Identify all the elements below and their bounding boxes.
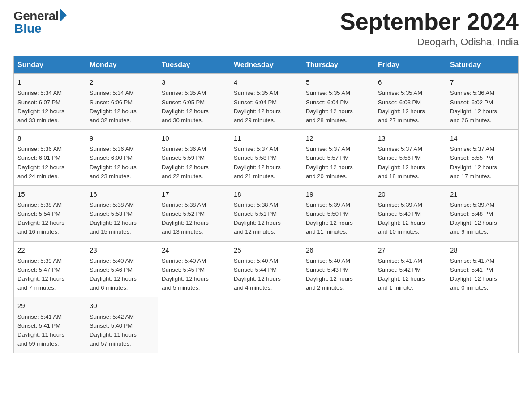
day-detail: Sunrise: 5:37 AMSunset: 5:57 PMDaylight:…	[306, 145, 370, 181]
day-number: 28	[450, 245, 515, 255]
day-number: 23	[90, 245, 154, 255]
day-number: 2	[90, 77, 154, 87]
day-number: 4	[234, 77, 298, 87]
day-detail: Sunrise: 5:34 AMSunset: 6:07 PMDaylight:…	[17, 89, 82, 125]
day-detail: Sunrise: 5:36 AMSunset: 5:59 PMDaylight:…	[162, 145, 226, 181]
day-number: 8	[17, 133, 82, 143]
day-number: 15	[17, 189, 82, 199]
day-number: 20	[378, 189, 442, 199]
calendar-cell: 9Sunrise: 5:36 AMSunset: 6:00 PMDaylight…	[86, 130, 158, 186]
day-number: 7	[450, 77, 515, 87]
day-number: 3	[162, 77, 226, 87]
day-detail: Sunrise: 5:38 AMSunset: 5:51 PMDaylight:…	[234, 201, 298, 237]
calendar-cell: 1Sunrise: 5:34 AMSunset: 6:07 PMDaylight…	[14, 74, 86, 130]
calendar-cell: 17Sunrise: 5:38 AMSunset: 5:52 PMDayligh…	[158, 185, 230, 241]
col-header-wednesday: Wednesday	[230, 56, 302, 74]
week-row: 8Sunrise: 5:36 AMSunset: 6:01 PMDaylight…	[14, 130, 519, 186]
day-detail: Sunrise: 5:37 AMSunset: 5:56 PMDaylight:…	[378, 145, 442, 181]
day-number: 11	[234, 133, 298, 143]
day-number: 13	[378, 133, 442, 143]
calendar-cell: 11Sunrise: 5:37 AMSunset: 5:58 PMDayligh…	[230, 130, 302, 186]
day-detail: Sunrise: 5:40 AMSunset: 5:46 PMDaylight:…	[90, 257, 154, 293]
calendar-cell: 2Sunrise: 5:34 AMSunset: 6:06 PMDaylight…	[86, 74, 158, 130]
col-header-monday: Monday	[86, 56, 158, 74]
day-detail: Sunrise: 5:36 AMSunset: 6:01 PMDaylight:…	[17, 145, 82, 181]
day-detail: Sunrise: 5:36 AMSunset: 6:00 PMDaylight:…	[90, 145, 154, 181]
calendar-cell: 23Sunrise: 5:40 AMSunset: 5:46 PMDayligh…	[86, 241, 158, 297]
day-detail: Sunrise: 5:41 AMSunset: 5:41 PMDaylight:…	[17, 313, 82, 349]
calendar-cell: 6Sunrise: 5:35 AMSunset: 6:03 PMDaylight…	[374, 74, 446, 130]
day-detail: Sunrise: 5:36 AMSunset: 6:02 PMDaylight:…	[450, 89, 515, 125]
day-number: 24	[162, 245, 226, 255]
day-number: 9	[90, 133, 154, 143]
calendar-cell: 15Sunrise: 5:38 AMSunset: 5:54 PMDayligh…	[14, 185, 86, 241]
calendar-cell: 27Sunrise: 5:41 AMSunset: 5:42 PMDayligh…	[374, 241, 446, 297]
day-detail: Sunrise: 5:41 AMSunset: 5:42 PMDaylight:…	[378, 257, 442, 293]
day-number: 5	[306, 77, 370, 87]
day-number: 16	[90, 189, 154, 199]
day-detail: Sunrise: 5:38 AMSunset: 5:54 PMDaylight:…	[17, 201, 82, 237]
day-detail: Sunrise: 5:41 AMSunset: 5:41 PMDaylight:…	[450, 257, 515, 293]
day-number: 6	[378, 77, 442, 87]
day-detail: Sunrise: 5:35 AMSunset: 6:03 PMDaylight:…	[378, 89, 442, 125]
calendar-cell	[302, 297, 374, 353]
calendar-cell: 8Sunrise: 5:36 AMSunset: 6:01 PMDaylight…	[14, 130, 86, 186]
calendar-cell: 22Sunrise: 5:39 AMSunset: 5:47 PMDayligh…	[14, 241, 86, 297]
title-section: September 2024 Deogarh, Odisha, India	[340, 9, 519, 48]
day-number: 19	[306, 189, 370, 199]
day-detail: Sunrise: 5:42 AMSunset: 5:40 PMDaylight:…	[90, 313, 154, 349]
day-number: 1	[17, 77, 82, 87]
day-detail: Sunrise: 5:37 AMSunset: 5:55 PMDaylight:…	[450, 145, 515, 181]
calendar-cell: 10Sunrise: 5:36 AMSunset: 5:59 PMDayligh…	[158, 130, 230, 186]
calendar-cell	[446, 297, 519, 353]
day-number: 18	[234, 189, 298, 199]
calendar-cell: 19Sunrise: 5:39 AMSunset: 5:50 PMDayligh…	[302, 185, 374, 241]
month-title: September 2024	[340, 9, 519, 34]
day-number: 10	[162, 133, 226, 143]
col-header-thursday: Thursday	[302, 56, 374, 74]
week-row: 29Sunrise: 5:41 AMSunset: 5:41 PMDayligh…	[14, 297, 519, 353]
header-row: SundayMondayTuesdayWednesdayThursdayFrid…	[14, 56, 519, 74]
col-header-tuesday: Tuesday	[158, 56, 230, 74]
col-header-friday: Friday	[374, 56, 446, 74]
day-detail: Sunrise: 5:39 AMSunset: 5:49 PMDaylight:…	[378, 201, 442, 237]
day-detail: Sunrise: 5:39 AMSunset: 5:47 PMDaylight:…	[17, 257, 82, 293]
calendar-cell: 16Sunrise: 5:38 AMSunset: 5:53 PMDayligh…	[86, 185, 158, 241]
day-detail: Sunrise: 5:40 AMSunset: 5:45 PMDaylight:…	[162, 257, 226, 293]
day-detail: Sunrise: 5:39 AMSunset: 5:50 PMDaylight:…	[306, 201, 370, 237]
day-number: 30	[90, 300, 154, 311]
calendar-cell: 7Sunrise: 5:36 AMSunset: 6:02 PMDaylight…	[446, 74, 519, 130]
logo: General Blue	[13, 9, 67, 36]
day-number: 22	[17, 245, 82, 255]
day-number: 29	[17, 300, 82, 311]
week-row: 22Sunrise: 5:39 AMSunset: 5:47 PMDayligh…	[14, 241, 519, 297]
day-detail: Sunrise: 5:37 AMSunset: 5:58 PMDaylight:…	[234, 145, 298, 181]
calendar-cell: 29Sunrise: 5:41 AMSunset: 5:41 PMDayligh…	[14, 297, 86, 353]
day-number: 12	[306, 133, 370, 143]
calendar-cell	[230, 297, 302, 353]
day-detail: Sunrise: 5:40 AMSunset: 5:43 PMDaylight:…	[306, 257, 370, 293]
week-row: 15Sunrise: 5:38 AMSunset: 5:54 PMDayligh…	[14, 185, 519, 241]
logo-blue-text: Blue	[13, 21, 42, 36]
day-number: 25	[234, 245, 298, 255]
day-detail: Sunrise: 5:35 AMSunset: 6:05 PMDaylight:…	[162, 89, 226, 125]
col-header-sunday: Sunday	[14, 56, 86, 74]
calendar-cell: 28Sunrise: 5:41 AMSunset: 5:41 PMDayligh…	[446, 241, 519, 297]
week-row: 1Sunrise: 5:34 AMSunset: 6:07 PMDaylight…	[14, 74, 519, 130]
day-number: 27	[378, 245, 442, 255]
calendar-cell: 21Sunrise: 5:39 AMSunset: 5:48 PMDayligh…	[446, 185, 519, 241]
calendar-cell: 30Sunrise: 5:42 AMSunset: 5:40 PMDayligh…	[86, 297, 158, 353]
calendar-cell: 4Sunrise: 5:35 AMSunset: 6:04 PMDaylight…	[230, 74, 302, 130]
day-number: 14	[450, 133, 515, 143]
calendar-cell: 24Sunrise: 5:40 AMSunset: 5:45 PMDayligh…	[158, 241, 230, 297]
day-detail: Sunrise: 5:35 AMSunset: 6:04 PMDaylight:…	[234, 89, 298, 125]
day-detail: Sunrise: 5:40 AMSunset: 5:44 PMDaylight:…	[234, 257, 298, 293]
calendar-cell: 3Sunrise: 5:35 AMSunset: 6:05 PMDaylight…	[158, 74, 230, 130]
calendar-cell: 12Sunrise: 5:37 AMSunset: 5:57 PMDayligh…	[302, 130, 374, 186]
day-detail: Sunrise: 5:39 AMSunset: 5:48 PMDaylight:…	[450, 201, 515, 237]
col-header-saturday: Saturday	[446, 56, 519, 74]
day-detail: Sunrise: 5:38 AMSunset: 5:53 PMDaylight:…	[90, 201, 154, 237]
day-detail: Sunrise: 5:34 AMSunset: 6:06 PMDaylight:…	[90, 89, 154, 125]
calendar-cell: 5Sunrise: 5:35 AMSunset: 6:04 PMDaylight…	[302, 74, 374, 130]
day-detail: Sunrise: 5:35 AMSunset: 6:04 PMDaylight:…	[306, 89, 370, 125]
